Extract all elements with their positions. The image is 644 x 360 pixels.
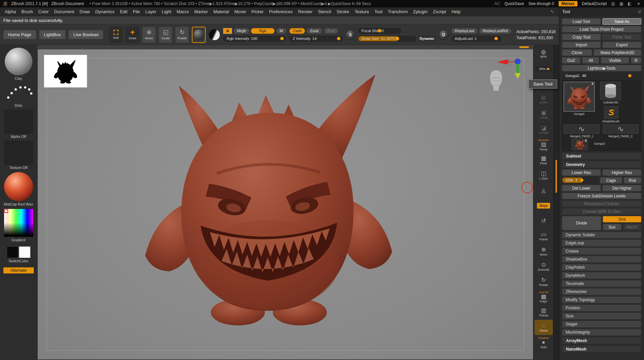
pick-pointer-icon[interactable]: ↖: [548, 9, 557, 14]
close-icon[interactable]: ×: [636, 1, 641, 6]
reset-panel-icon[interactable]: ↺: [638, 9, 641, 14]
rstr-button[interactable]: Rstr: [624, 177, 641, 184]
m-button[interactable]: M: [276, 28, 286, 34]
menu-stencil[interactable]: Stencil: [315, 8, 334, 15]
goz-visible-button[interactable]: Visible: [601, 57, 629, 64]
rgb-intensity-slider[interactable]: Rgb Intensity 100: [223, 36, 286, 42]
edit-mode-button[interactable]: Edit: [109, 27, 123, 43]
sdiv-slider[interactable]: SDiv 3: [562, 177, 598, 183]
polyframe-button[interactable]: Line Fill ▩ PolyF: [535, 289, 553, 305]
section-zremesher[interactable]: ZRemesher: [562, 288, 641, 295]
zsub-button[interactable]: Zsub: [307, 28, 322, 34]
cage-button[interactable]: Cage: [600, 177, 622, 184]
section-dynamesh[interactable]: DynaMesh: [562, 272, 641, 279]
section-modify-topology[interactable]: Modify Topology: [562, 296, 641, 303]
slider-nub[interactable]: [581, 179, 584, 182]
zadd-button[interactable]: Zadd: [289, 28, 305, 34]
menu-draw[interactable]: Draw: [77, 8, 93, 15]
reconstruct-subdiv-button[interactable]: Reconstruct Subdiv: [562, 200, 641, 207]
slider-nub[interactable]: [396, 37, 399, 40]
lightbox-button[interactable]: LightBox: [39, 30, 66, 39]
gxyz-button[interactable]: Gxyz: [535, 198, 553, 213]
section-shadowbox[interactable]: ShadowBox: [562, 256, 641, 263]
menu-light[interactable]: Light: [159, 8, 174, 15]
mrgb-button[interactable]: Mrgb: [234, 28, 249, 34]
panel-scrollbar[interactable]: [553, 45, 559, 360]
layout-icon[interactable]: ▤: [611, 1, 615, 6]
document-viewport[interactable]: [38, 49, 533, 359]
menu-color[interactable]: Color: [35, 8, 51, 15]
make-polymesh3d-button[interactable]: Make PolyMesh3D: [594, 49, 641, 56]
floor-button[interactable]: ▦ Floor: [535, 152, 553, 168]
menu-material[interactable]: Material: [211, 8, 232, 15]
slider-nub[interactable]: [280, 37, 284, 40]
menu-document[interactable]: Document: [51, 8, 77, 15]
zoom-button[interactable]: ◎ Zoom: [535, 92, 553, 107]
tool-item-merged-pm3d-1[interactable]: ∿: [564, 124, 599, 134]
alternate-button[interactable]: Alternate: [3, 267, 34, 273]
menu-layer[interactable]: Layer: [143, 8, 159, 15]
zcut-button[interactable]: Zcut: [324, 28, 338, 34]
smt-toggle[interactable]: Smt: [603, 216, 641, 222]
lower-res-button[interactable]: Lower Res: [562, 169, 601, 176]
brush-thumbnail[interactable]: [5, 48, 32, 75]
menu-transform[interactable]: Transform: [385, 8, 411, 15]
material-thumbnail[interactable]: [4, 172, 33, 201]
rgb-button[interactable]: Rgb: [251, 28, 275, 34]
texture-thumbnail[interactable]: [4, 141, 33, 165]
draw-mode-button[interactable]: + Draw: [126, 27, 139, 43]
tool-item-cylinder3d[interactable]: [600, 82, 621, 100]
tool-item-merged-pm3d-2[interactable]: ∿: [603, 124, 639, 134]
tool-item-genga3[interactable]: 4: [572, 139, 588, 150]
lightbox-tools-button[interactable]: Lightbox▶Tools: [562, 65, 641, 71]
menu-dynamics[interactable]: Dynamics: [93, 8, 117, 15]
focal-shift-slider[interactable]: Focal Shift 0: [358, 28, 401, 34]
subtool-section-header[interactable]: Subtool: [562, 152, 641, 160]
menu-texture[interactable]: Texture: [352, 8, 372, 15]
section-claypolish[interactable]: ClayPolish: [562, 264, 641, 271]
copy-tool-button[interactable]: Copy Tool: [562, 34, 601, 40]
import-button[interactable]: Import: [562, 42, 601, 48]
menu-zscript[interactable]: Zscript: [430, 8, 449, 15]
suv-toggle[interactable]: Suv: [603, 224, 621, 230]
quicksave-button[interactable]: QuickSave: [505, 1, 524, 6]
scrollbar-thumb[interactable]: [556, 160, 557, 193]
menu-tool[interactable]: Tool: [372, 8, 385, 15]
scale-mode-button[interactable]: ◱ Scale: [159, 27, 172, 43]
freeze-subdivision-button[interactable]: Freeze SubDivision Levels: [562, 193, 641, 199]
zoom3d-button[interactable]: ⊙ Zoom3D: [535, 259, 553, 274]
menu-macro[interactable]: Macro: [174, 8, 191, 15]
divide-button[interactable]: Divide: [562, 216, 601, 230]
arraymesh-section-header[interactable]: ArrayMesh: [562, 337, 641, 344]
menu-picker[interactable]: Picker: [249, 8, 266, 15]
load-tools-from-project-button[interactable]: Load Tools From Project: [562, 26, 641, 32]
section-crease[interactable]: Crease: [562, 248, 641, 255]
see-through-slider[interactable]: See-through 0: [529, 1, 554, 6]
spin-reset-button[interactable]: ↺: [535, 213, 553, 229]
section-size[interactable]: Size: [562, 313, 641, 319]
section-tessimate[interactable]: Tessimate: [562, 280, 641, 287]
higher-res-button[interactable]: Higher Res: [602, 169, 641, 176]
draw-size-slider[interactable]: Draw Size 51.18757: [358, 36, 416, 42]
section-stager[interactable]: Stager: [562, 321, 641, 328]
slider-nub[interactable]: [494, 37, 498, 40]
del-lower-button[interactable]: Del Lower: [562, 185, 601, 191]
active-tool-slider[interactable]: Genga2. 48: [562, 73, 641, 79]
current-color-button[interactable]: [209, 29, 220, 41]
nanomesh-section-header[interactable]: NanoMesh: [562, 345, 641, 353]
local-symmetry-button[interactable]: ◫ L.Sym: [535, 168, 553, 183]
current-material-button[interactable]: [192, 27, 205, 43]
paste-tool-button[interactable]: Paste Tool: [602, 34, 641, 40]
replay-last-button[interactable]: ReplayLast: [452, 28, 478, 34]
menu-preferences[interactable]: Preferences: [266, 8, 295, 15]
rotate-mode-button[interactable]: ↻ Rotate: [175, 27, 189, 43]
live-boolean-button[interactable]: Live Boolean: [69, 30, 103, 39]
dynamic-toggle[interactable]: Dynamic: [418, 36, 436, 41]
alpha-thumbnail[interactable]: [4, 110, 33, 134]
move-mode-button[interactable]: ⊕ Move: [142, 27, 156, 43]
menu-brush[interactable]: Brush: [19, 8, 35, 15]
goz-button[interactable]: GoZ: [562, 57, 581, 64]
persp-button[interactable]: Dynamic ▨ Persp: [535, 137, 553, 152]
canvas-area[interactable]: [37, 45, 534, 360]
sculpt-model[interactable]: [123, 62, 413, 332]
